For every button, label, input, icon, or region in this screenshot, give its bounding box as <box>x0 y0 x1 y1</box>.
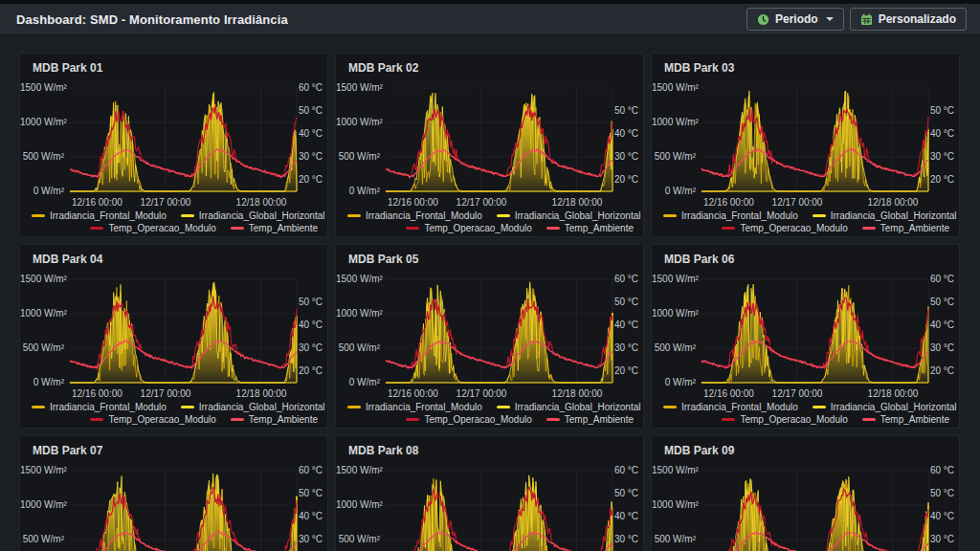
caret-down-icon <box>826 17 834 21</box>
x-axis-label: 12/17 00:00 <box>759 388 835 400</box>
legend-row: Irradiancia_Frontal_ModuloIrradiancia_Gl… <box>20 209 327 221</box>
legend-item-temp_ambiente[interactable]: Temp_Ambiente <box>546 223 634 233</box>
legend-item-temp_ambiente[interactable]: Temp_Ambiente <box>862 223 949 233</box>
legend-color-dash <box>722 227 735 230</box>
page-title: Dashboard: SMD - Monitoramento Irradiânc… <box>16 12 288 27</box>
legend-label: Irradiancia_Global_Horizontal <box>199 402 325 412</box>
personalizado-button[interactable]: Personalizado <box>850 8 967 31</box>
panel-title[interactable]: MDB Park 06 <box>664 253 734 266</box>
y-axis-label-left: 500 W/m² <box>20 151 64 163</box>
irradiance-temp-chart[interactable] <box>336 245 644 398</box>
y-axis-label-left: 1000 W/m² <box>20 117 64 128</box>
legend-item-temp_operacao_modulo[interactable]: Temp_Operacao_Modulo <box>90 414 215 425</box>
dashboard-header: Dashboard: SMD - Monitoramento Irradiânc… <box>0 4 980 35</box>
y-axis-label-right: 30 °C <box>922 342 954 354</box>
legend-item-irradiancia_frontal_modulo[interactable]: Irradiancia_Frontal_Modulo <box>32 210 167 221</box>
irradiance-temp-chart[interactable] <box>20 54 328 207</box>
series-temp-operacao <box>702 489 928 551</box>
y-axis-label-left: 1000 W/m² <box>20 499 64 511</box>
irradiance-temp-chart[interactable] <box>20 245 328 398</box>
legend-item-temp_operacao_modulo[interactable]: Temp_Operacao_Modulo <box>90 223 215 233</box>
legend-label: Irradiancia_Global_Horizontal <box>199 210 325 221</box>
x-axis-label: 12/18 00:00 <box>223 388 300 400</box>
legend-item-temp_operacao_modulo[interactable]: Temp_Operacao_Modulo <box>406 414 531 425</box>
panel-title[interactable]: MDB Park 03 <box>664 61 734 75</box>
legend-item-irradiancia_global_horizontal[interactable]: Irradiancia_Global_Horizontal <box>497 210 641 221</box>
legend-color-dash <box>663 406 677 408</box>
legend-label: Temp_Ambiente <box>880 223 949 233</box>
legend-item-irradiancia_frontal_modulo[interactable]: Irradiancia_Frontal_Modulo <box>32 402 167 412</box>
legend-item-temp_ambiente[interactable]: Temp_Ambiente <box>546 414 634 425</box>
y-axis-label-right: 60 °C <box>922 465 954 476</box>
y-axis-label-left: 1500 W/m² <box>652 465 696 476</box>
legend-item-temp_ambiente[interactable]: Temp_Ambiente <box>231 414 318 425</box>
legend-item-temp_operacao_modulo[interactable]: Temp_Operacao_Modulo <box>722 414 847 425</box>
legend-item-irradiancia_global_horizontal[interactable]: Irradiancia_Global_Horizontal <box>813 210 957 221</box>
legend-label: Temp_Operacao_Modulo <box>108 414 215 425</box>
legend-label: Irradiancia_Frontal_Modulo <box>366 210 482 221</box>
legend-color-dash <box>406 227 419 230</box>
legend-item-temp_operacao_modulo[interactable]: Temp_Operacao_Modulo <box>722 223 847 233</box>
y-axis-label-right: 40 °C <box>922 128 954 140</box>
legend-color-dash <box>90 418 103 421</box>
legend-item-irradiancia_frontal_modulo[interactable]: Irradiancia_Frontal_Modulo <box>347 402 482 412</box>
panel-title[interactable]: MDB Park 07 <box>33 444 102 457</box>
y-axis-label-left: 0 W/m² <box>336 186 380 197</box>
legend-label: Irradiancia_Frontal_Modulo <box>366 402 482 412</box>
legend-label: Temp_Operacao_Modulo <box>424 414 531 425</box>
legend-row: Irradiancia_Frontal_ModuloIrradiancia_Gl… <box>20 401 327 412</box>
legend-color-dash <box>90 227 103 230</box>
x-axis-label: 12/17 00:00 <box>759 197 835 209</box>
legend-row: Temp_Operacao_ModuloTemp_Ambiente <box>20 413 327 425</box>
y-axis-label-right: 40 °C <box>922 511 954 522</box>
legend-item-irradiancia_global_horizontal[interactable]: Irradiancia_Global_Horizontal <box>813 402 957 412</box>
y-axis-label-left: 500 W/m² <box>652 342 696 354</box>
panel-title[interactable]: MDB Park 02 <box>348 61 418 75</box>
y-axis-label-left: 1000 W/m² <box>652 117 696 128</box>
irradiance-temp-chart[interactable] <box>652 54 960 207</box>
legend-item-irradiancia_global_horizontal[interactable]: Irradiancia_Global_Horizontal <box>181 402 325 412</box>
legend-item-irradiancia_global_horizontal[interactable]: Irradiancia_Global_Horizontal <box>181 210 325 221</box>
legend-item-irradiancia_frontal_modulo[interactable]: Irradiancia_Frontal_Modulo <box>663 402 798 412</box>
y-axis-label-left: 1500 W/m² <box>336 465 380 476</box>
y-axis-label-left: 1000 W/m² <box>336 308 380 320</box>
legend-color-dash <box>862 418 876 421</box>
legend-color-dash <box>347 214 361 217</box>
legend-item-temp_operacao_modulo[interactable]: Temp_Operacao_Modulo <box>406 223 531 233</box>
legend-item-irradiancia_global_horizontal[interactable]: Irradiancia_Global_Horizontal <box>497 402 641 412</box>
periodo-button[interactable]: Periodo <box>746 8 844 31</box>
periodo-button-label: Periodo <box>775 12 818 26</box>
legend-label: Temp_Operacao_Modulo <box>740 223 847 233</box>
y-axis-label-right: 30 °C <box>606 534 638 545</box>
y-axis-label-right: 20 °C <box>290 174 323 186</box>
y-axis-label-right: 50 °C <box>290 488 323 499</box>
calendar-icon <box>860 13 873 26</box>
panel-title[interactable]: MDB Park 04 <box>33 253 102 266</box>
panel-title[interactable]: MDB Park 01 <box>33 61 102 75</box>
legend-label: Temp_Operacao_Modulo <box>740 414 847 425</box>
legend-label: Temp_Ambiente <box>249 414 318 425</box>
legend-item-irradiancia_frontal_modulo[interactable]: Irradiancia_Frontal_Modulo <box>347 210 482 221</box>
legend-color-dash <box>813 406 826 408</box>
y-axis-label-right: 40 °C <box>290 128 323 140</box>
series-irradiancia-global <box>70 282 297 383</box>
y-axis-label-right: 50 °C <box>606 488 638 499</box>
irradiance-temp-chart[interactable] <box>336 54 644 207</box>
panel-title[interactable]: MDB Park 08 <box>348 444 418 457</box>
legend-color-dash <box>813 214 826 217</box>
legend-item-temp_ambiente[interactable]: Temp_Ambiente <box>231 223 318 233</box>
legend-color-dash <box>497 406 510 408</box>
x-axis-label: 12/17 00:00 <box>443 388 520 400</box>
legend-item-irradiancia_frontal_modulo[interactable]: Irradiancia_Frontal_Modulo <box>663 210 798 221</box>
panel-title[interactable]: MDB Park 05 <box>348 253 418 266</box>
x-axis-label: 12/17 00:00 <box>443 197 520 209</box>
irradiance-temp-chart[interactable] <box>652 245 960 398</box>
y-axis-label-left: 500 W/m² <box>652 534 696 545</box>
y-axis-label-right: 60 °C <box>606 274 638 285</box>
y-axis-label-right: 50 °C <box>290 297 323 308</box>
legend-item-temp_ambiente[interactable]: Temp_Ambiente <box>862 414 949 425</box>
x-axis-label: 12/18 00:00 <box>223 197 300 209</box>
y-axis-label-right: 60 °C <box>290 82 323 94</box>
panel-title[interactable]: MDB Park 09 <box>664 444 734 457</box>
y-axis-label-left: 500 W/m² <box>336 342 380 354</box>
